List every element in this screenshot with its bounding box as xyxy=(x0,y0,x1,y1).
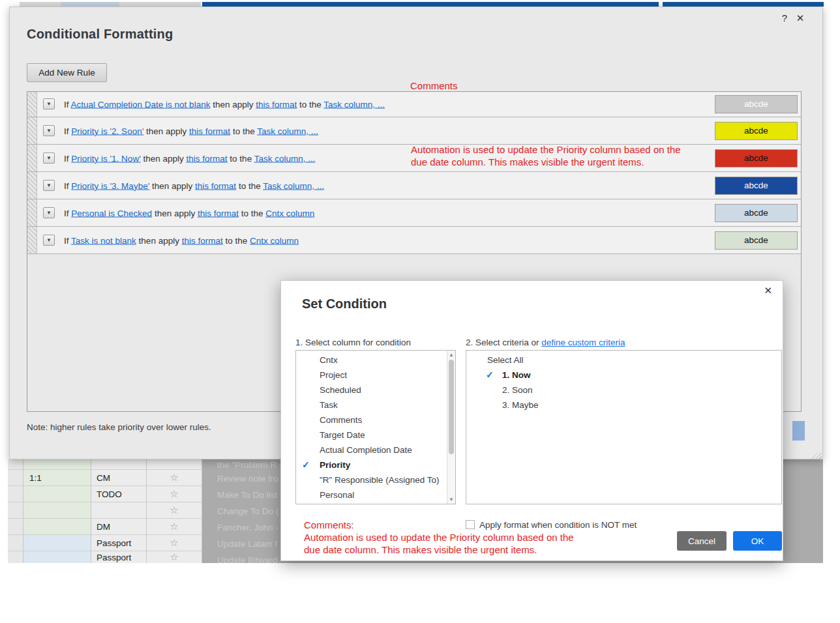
scrollbar[interactable]: ▲ ▼ xyxy=(447,351,455,504)
ok-button[interactable]: OK xyxy=(733,531,782,551)
rule-word: then apply xyxy=(143,153,183,163)
rule-format-link[interactable]: this format xyxy=(187,153,228,163)
rule-target-link[interactable]: Cntx column xyxy=(250,235,299,245)
criteria-option-label: 1. Now xyxy=(502,370,531,380)
criteria-option[interactable]: 3. Maybe xyxy=(466,398,781,413)
resize-grip-icon[interactable] xyxy=(811,450,822,459)
row-number-cell xyxy=(8,459,23,469)
rule-target-link[interactable]: Task column, ... xyxy=(257,126,318,136)
rule-format-link[interactable]: this format xyxy=(195,181,236,190)
rule-menu-dropdown[interactable]: ▼ xyxy=(43,125,55,136)
drag-handle[interactable] xyxy=(27,145,37,171)
scrollbar-thumb[interactable] xyxy=(449,360,454,454)
rule-condition-link[interactable]: Priority is '3. Maybe' xyxy=(71,181,149,190)
not-met-checkbox[interactable] xyxy=(466,520,475,529)
set-condition-dialog: ✕ Set Condition 1. Select column for con… xyxy=(280,280,783,561)
sheet-row xyxy=(8,459,202,470)
star-cell xyxy=(147,459,202,469)
row-number-cell xyxy=(8,551,23,563)
ghost-row-text: Change To Do ( xyxy=(217,506,278,516)
star-cell: ☆ xyxy=(147,519,202,534)
check-icon: ✓ xyxy=(486,368,494,383)
star-icon: ☆ xyxy=(170,537,178,549)
star-cell: ☆ xyxy=(147,486,202,502)
project-cell: DM xyxy=(91,519,147,534)
column-listbox: Cntx Project Scheduled Task Comments Tar… xyxy=(295,350,456,504)
column-option[interactable]: "R" Responsible (Assigned To) xyxy=(296,472,455,487)
format-swatch[interactable]: abcde xyxy=(715,122,798,140)
annotation-line: due date column. This makes visible the … xyxy=(304,543,574,556)
rules-priority-note: Note: higher rules take priority over lo… xyxy=(27,422,211,432)
tab-strip-blue-bar xyxy=(663,2,824,7)
step2-text: 2. Select criteria or xyxy=(466,338,541,347)
rule-condition-link[interactable]: Task is not blank xyxy=(71,235,136,245)
rule-format-link[interactable]: this format xyxy=(189,126,230,136)
close-icon[interactable]: ✕ xyxy=(764,285,772,297)
cntx-cell: 1:1 xyxy=(23,470,91,485)
column-option[interactable]: Comments xyxy=(296,413,455,427)
scroll-up-icon[interactable]: ▲ xyxy=(447,352,455,358)
star-icon: ☆ xyxy=(170,472,178,484)
criteria-option[interactable]: 2. Soon xyxy=(466,383,781,398)
column-option-selected[interactable]: ✓Priority xyxy=(296,457,455,472)
column-option[interactable]: Actual Completion Date xyxy=(296,442,455,457)
drag-handle[interactable] xyxy=(27,172,37,199)
close-icon[interactable]: ✕ xyxy=(795,12,805,24)
rule-format-link[interactable]: this format xyxy=(182,235,223,245)
sheet-row: Passport ☆ xyxy=(8,551,202,563)
scroll-down-icon[interactable]: ▼ xyxy=(447,497,455,502)
annotation-line: Automation is used to update the Priorit… xyxy=(411,143,681,156)
column-option[interactable]: Personal xyxy=(296,487,455,502)
rule-target-link[interactable]: Task column, ... xyxy=(323,100,385,109)
rule-condition-link[interactable]: Actual Completion Date is not blank xyxy=(71,100,211,109)
rule-word: If xyxy=(64,235,69,245)
define-custom-criteria-link[interactable]: define custom criteria xyxy=(541,338,625,347)
rule-target-link[interactable]: Cntx column xyxy=(265,208,314,218)
column-option[interactable]: Cntx xyxy=(296,353,455,368)
format-swatch[interactable]: abcde xyxy=(715,231,798,250)
rule-word: to the xyxy=(299,100,322,109)
rule-condition-link[interactable]: Priority is '2. Soon' xyxy=(71,126,143,136)
rule-condition-link[interactable]: Personal is Checked xyxy=(71,208,152,218)
drag-handle[interactable] xyxy=(27,227,37,254)
drag-handle[interactable] xyxy=(27,117,37,144)
project-cell: Passport xyxy=(91,535,147,551)
drag-handle[interactable] xyxy=(27,199,37,226)
add-new-rule-button[interactable]: Add New Rule xyxy=(27,63,107,82)
rule-menu-dropdown[interactable]: ▼ xyxy=(43,98,55,109)
rule-word: then apply xyxy=(146,126,187,136)
column-option[interactable]: Target Date xyxy=(296,427,455,442)
rule-text: If Priority is '1. Now' then apply this … xyxy=(64,153,315,163)
rule-target-link[interactable]: Task column, ... xyxy=(254,153,316,163)
rule-menu-dropdown[interactable]: ▼ xyxy=(43,235,55,246)
sheet-row: Passport ☆ xyxy=(8,535,202,551)
column-option[interactable]: Project xyxy=(296,368,455,383)
rule-menu-dropdown[interactable]: ▼ xyxy=(43,207,55,218)
format-swatch[interactable]: abcde xyxy=(715,149,798,167)
cancel-button[interactable]: Cancel xyxy=(677,531,727,551)
star-icon: ☆ xyxy=(170,504,178,516)
row-number-cell xyxy=(8,535,23,551)
column-option[interactable]: Scheduled xyxy=(296,383,455,398)
rule-condition-link[interactable]: Priority is '1. Now' xyxy=(71,153,140,163)
format-swatch[interactable]: abcde xyxy=(715,204,798,222)
dialog-title: Set Condition xyxy=(302,297,387,312)
rule-menu-dropdown[interactable]: ▼ xyxy=(43,152,55,164)
format-swatch[interactable]: abcde xyxy=(715,95,798,113)
hidden-ok-button-sliver xyxy=(792,421,805,441)
criteria-option-selected[interactable]: ✓1. Now xyxy=(466,368,781,383)
rule-format-link[interactable]: this format xyxy=(256,100,297,109)
rule-row: ▼ If Priority is '3. Maybe' then apply t… xyxy=(27,172,801,199)
column-option[interactable]: Task xyxy=(296,398,455,413)
help-icon[interactable]: ? xyxy=(779,12,790,23)
format-swatch[interactable]: abcde xyxy=(715,177,798,195)
ghost-row-text: Fancher, John - xyxy=(217,523,278,532)
rule-target-link[interactable]: Task column, ... xyxy=(263,181,324,190)
drag-handle[interactable] xyxy=(27,92,37,117)
rule-format-link[interactable]: this format xyxy=(198,208,239,218)
criteria-select-all[interactable]: Select All xyxy=(466,353,781,368)
ghost-row-text: Update Bitward xyxy=(217,555,277,563)
rule-menu-dropdown[interactable]: ▼ xyxy=(43,180,55,191)
rule-word: If xyxy=(64,100,69,109)
star-icon: ☆ xyxy=(170,551,178,563)
